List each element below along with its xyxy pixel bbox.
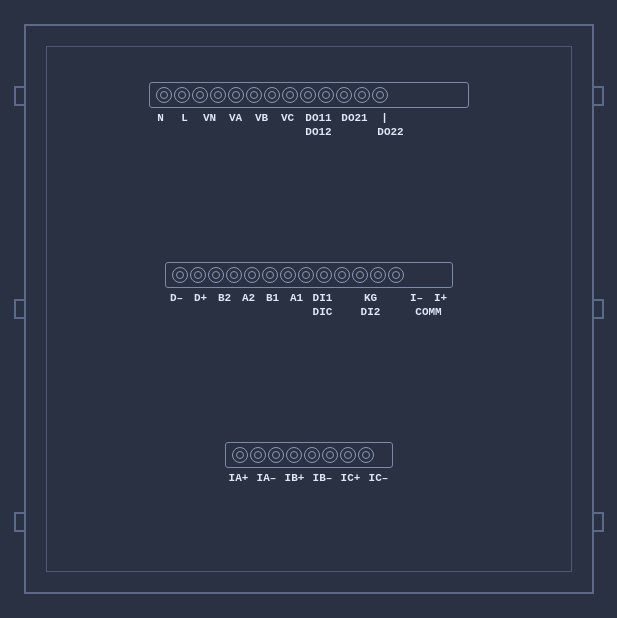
label-empty-r2-1 (149, 126, 173, 138)
pin-hole (318, 87, 334, 103)
pin-hole (172, 267, 188, 283)
pin-hole (300, 87, 316, 103)
pin-hole (262, 267, 278, 283)
pin-hole (334, 267, 350, 283)
pin-hole (232, 447, 248, 463)
mid-connector-row (165, 262, 453, 288)
label-empty-r2-3 (197, 126, 223, 138)
label-mid-r2-empty (337, 306, 357, 318)
label-N: N (149, 112, 173, 124)
label-ICm: IC– (365, 472, 393, 484)
label-mid-r2-empty2 (385, 306, 405, 318)
pin-hole (244, 267, 260, 283)
top-connector-row (149, 82, 469, 108)
label-mid-r2-1 (165, 306, 189, 318)
label-empty-r2-6 (275, 126, 301, 138)
mid-connector-group: D– D+ B2 A2 B1 A1 DI1 KG I– I+ (165, 262, 453, 318)
label-KG: KG (357, 292, 385, 304)
label-DO11: DO11 (301, 112, 337, 124)
label-VC: VC (275, 112, 301, 124)
label-empty3 (421, 112, 445, 124)
pin-hole (228, 87, 244, 103)
pin-hole (358, 447, 374, 463)
pin-hole (340, 447, 356, 463)
label-empty-r2-2 (173, 126, 197, 138)
label-VA: VA (223, 112, 249, 124)
notch-left-top (14, 86, 26, 106)
label-IAp: IA+ (225, 472, 253, 484)
notch-right-bot (592, 512, 604, 532)
label-empty4 (445, 112, 469, 124)
top-labels-row1: N L VN VA VB VC DO11 DO21 | (149, 112, 469, 124)
pin-hole (156, 87, 172, 103)
label-A2: A2 (237, 292, 261, 304)
top-connector-group: N L VN VA VB VC DO11 DO21 | (149, 82, 469, 138)
top-labels-row2: DO12 DO22 (149, 126, 469, 138)
pin-hole (268, 447, 284, 463)
label-mid-empty (337, 292, 357, 304)
label-ICp: IC+ (337, 472, 365, 484)
pin-hole (246, 87, 262, 103)
label-B1: B1 (261, 292, 285, 304)
label-DO22: DO22 (373, 126, 409, 138)
label-mid-empty2 (385, 292, 405, 304)
pin-hole (336, 87, 352, 103)
label-DO21: DO21 (337, 112, 373, 124)
pin-hole (190, 267, 206, 283)
pin-hole (210, 87, 226, 103)
notch-left-mid (14, 299, 26, 319)
pin-hole (282, 87, 298, 103)
label-VN: VN (197, 112, 223, 124)
notch-right-mid (592, 299, 604, 319)
label-mid-r2-4 (237, 306, 261, 318)
label-VB: VB (249, 112, 275, 124)
pin-hole (192, 87, 208, 103)
label-Dm: D– (165, 292, 189, 304)
label-IBp: IB+ (281, 472, 309, 484)
mid-labels-row1: D– D+ B2 A2 B1 A1 DI1 KG I– I+ (165, 292, 453, 304)
label-DO12: DO12 (301, 126, 337, 138)
label-DI1: DI1 (309, 292, 337, 304)
label-empty-r2-4 (223, 126, 249, 138)
pin-hole (286, 447, 302, 463)
pin-hole (174, 87, 190, 103)
pin-hole (304, 447, 320, 463)
label-empty1: | (373, 112, 397, 124)
label-A1: A1 (285, 292, 309, 304)
pin-hole (298, 267, 314, 283)
outer-frame: N L VN VA VB VC DO11 DO21 | (24, 24, 594, 594)
label-IBm: IB– (309, 472, 337, 484)
label-mid-r2-6 (285, 306, 309, 318)
label-mid-r2-2 (189, 306, 213, 318)
bot-connector-group: IA+ IA– IB+ IB– IC+ IC– (225, 442, 393, 484)
label-Im: I– (405, 292, 429, 304)
label-empty-r2-8 (337, 126, 373, 138)
label-mid-r2-3 (213, 306, 237, 318)
pin-hole (322, 447, 338, 463)
pin-hole (208, 267, 224, 283)
label-Ip: I+ (429, 292, 453, 304)
label-L: L (173, 112, 197, 124)
label-DI2: DI2 (357, 306, 385, 318)
mid-labels-row2: DIC DI2 COMM (165, 306, 453, 318)
notch-left-bot (14, 512, 26, 532)
label-IAm: IA– (253, 472, 281, 484)
label-DIC: DIC (309, 306, 337, 318)
label-empty-r2-5 (249, 126, 275, 138)
bot-connector-row (225, 442, 393, 468)
pin-hole (250, 447, 266, 463)
pin-hole (370, 267, 386, 283)
label-B2: B2 (213, 292, 237, 304)
inner-content: N L VN VA VB VC DO11 DO21 | (46, 46, 572, 572)
pin-hole (354, 87, 370, 103)
label-empty2 (397, 112, 421, 124)
pin-hole (280, 267, 296, 283)
pin-hole (226, 267, 242, 283)
label-COMM: COMM (405, 306, 453, 318)
notch-right-top (592, 86, 604, 106)
label-mid-r2-5 (261, 306, 285, 318)
pin-hole (352, 267, 368, 283)
label-Dp: D+ (189, 292, 213, 304)
pin-hole (388, 267, 404, 283)
pin-hole (264, 87, 280, 103)
